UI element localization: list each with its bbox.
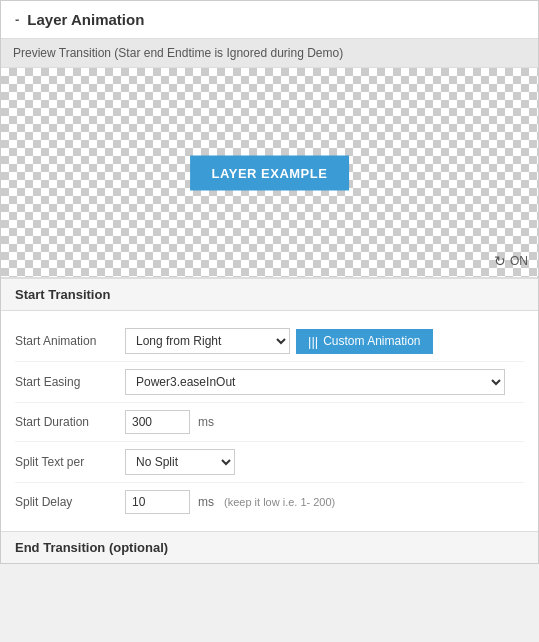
end-transition-header: End Transition (optional) [1,531,538,563]
split-text-select[interactable]: No Split Words Chars Lines [125,449,235,475]
start-animation-select[interactable]: Long from Right Short from Right Short f… [125,328,290,354]
start-duration-input[interactable] [125,410,190,434]
start-animation-label: Start Animation [15,334,125,348]
panel-title: Layer Animation [27,11,144,28]
split-text-controls: No Split Words Chars Lines [125,449,524,475]
start-easing-label: Start Easing [15,375,125,389]
start-duration-row: Start Duration ms [15,403,524,442]
start-transition-form: Start Animation Long from Right Short fr… [1,311,538,531]
start-duration-unit: ms [198,415,214,429]
start-animation-row: Start Animation Long from Right Short fr… [15,321,524,362]
split-text-label: Split Text per [15,455,125,469]
preview-area: LAYER EXAMPLE ↻ ON [1,68,538,278]
panel-header: - Layer Animation [1,1,538,39]
custom-animation-button[interactable]: ||| Custom Animation [296,329,433,354]
bars-icon: ||| [308,334,318,349]
split-delay-controls: ms (keep it low i.e. 1- 200) [125,490,524,514]
custom-animation-label: Custom Animation [323,334,420,348]
preview-on-badge: ↻ ON [494,253,528,269]
start-transition-header: Start Transition [1,278,538,311]
preview-on-label: ON [510,254,528,268]
start-easing-select[interactable]: Power3.easeInOut Linear Power1.easeIn Po… [125,369,505,395]
layer-example-button[interactable]: LAYER EXAMPLE [190,155,350,190]
split-delay-input[interactable] [125,490,190,514]
split-delay-label: Split Delay [15,495,125,509]
split-delay-row: Split Delay ms (keep it low i.e. 1- 200) [15,483,524,521]
split-text-row: Split Text per No Split Words Chars Line… [15,442,524,483]
header-dash: - [15,12,19,27]
start-easing-controls: Power3.easeInOut Linear Power1.easeIn Po… [125,369,524,395]
split-delay-hint: (keep it low i.e. 1- 200) [224,496,335,508]
start-easing-row: Start Easing Power3.easeInOut Linear Pow… [15,362,524,403]
start-animation-controls: Long from Right Short from Right Short f… [125,328,524,354]
start-duration-label: Start Duration [15,415,125,429]
layer-animation-panel: - Layer Animation Preview Transition (St… [0,0,539,564]
split-delay-unit: ms [198,495,214,509]
start-duration-controls: ms [125,410,524,434]
refresh-icon: ↻ [494,253,506,269]
preview-banner: Preview Transition (Star end Endtime is … [1,39,538,68]
